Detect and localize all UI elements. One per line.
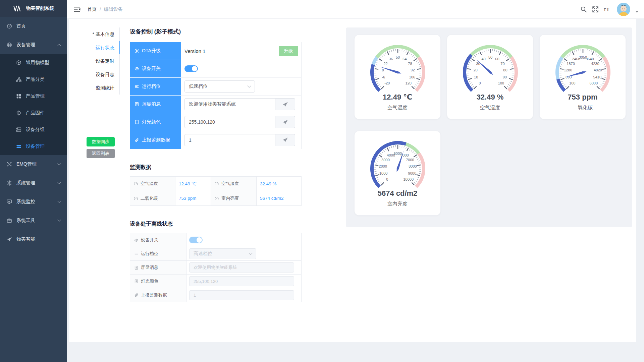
back-to-list-button[interactable]: 返回列表	[87, 149, 115, 158]
sidebar-subitem-1[interactable]: 产品分类	[0, 71, 67, 88]
sidebar-item-label: 首页	[16, 23, 26, 29]
clip-icon	[135, 138, 139, 142]
offline-row-label: 灯光颜色	[130, 275, 186, 288]
sidebar-subitem-label: 设备分组	[26, 127, 45, 133]
monitor-label-text: 室内亮度	[221, 195, 239, 201]
gear-select[interactable]: 低速档位	[184, 80, 255, 93]
offline-row: 屏显消息 欢迎使用物美智能系统	[130, 261, 301, 275]
eye-icon	[135, 66, 139, 71]
sidebar-collapse-icon[interactable]	[74, 6, 80, 12]
sidebar-item-label: EMQ管理	[16, 161, 37, 167]
search-icon[interactable]	[580, 6, 587, 13]
wumei-icon	[7, 237, 12, 242]
text-input[interactable]: 欢迎使用物美智能系统	[184, 98, 275, 110]
svg-text:90: 90	[503, 75, 507, 79]
control-row-value: 低速档位	[181, 78, 301, 96]
app-logo[interactable]: 物美智能系统	[0, 0, 67, 17]
gauge-card-2: 1006901280187024603050364042304820541060…	[539, 35, 626, 119]
gauge-chart: 0100020003000400050006000700080009000100…	[355, 131, 441, 189]
svg-text:-6: -6	[382, 75, 385, 79]
text-input[interactable]: 1	[184, 134, 275, 146]
monitor-label: 空气温度	[130, 177, 175, 191]
app-title: 物美智能系统	[26, 5, 54, 11]
sidebar-item-1[interactable]: 设备管理	[0, 36, 67, 54]
svg-text:2000: 2000	[379, 164, 387, 168]
svg-text:8: 8	[382, 68, 384, 72]
monitor-label: 空气湿度	[211, 177, 257, 191]
control-label-text: 运行档位	[142, 83, 161, 89]
svg-text:-20: -20	[384, 81, 390, 85]
text-input[interactable]: 255,100,120	[184, 116, 275, 128]
svg-text:0: 0	[479, 81, 481, 85]
tab-label: 设备定时	[96, 58, 114, 64]
font-size-icon[interactable]: TT	[604, 6, 610, 13]
fullscreen-icon[interactable]	[592, 6, 599, 13]
sidebar-subitem-2[interactable]: 产品管理	[0, 88, 67, 105]
breadcrumb-current: 编辑设备	[104, 6, 123, 12]
svg-text:80: 80	[503, 68, 507, 72]
svg-text:10000: 10000	[404, 177, 414, 181]
data-sync-button[interactable]: 数据同步	[87, 137, 115, 146]
sidebar-item-0[interactable]: 首页	[0, 17, 67, 36]
svg-text:10: 10	[474, 75, 478, 79]
send-button[interactable]	[275, 134, 295, 146]
upgrade-button[interactable]: 升级	[279, 46, 298, 56]
shadow-control-table: OTA升级 Version 1 升级 设备开关 运行档位 低速档位 屏显消息 欢…	[130, 42, 302, 149]
tools-icon	[7, 218, 12, 223]
sidebar-item-2[interactable]: EMQ管理	[0, 155, 67, 174]
svg-text:5410: 5410	[593, 75, 601, 79]
sidebar-item-label: 系统管理	[16, 180, 35, 186]
gear-icon	[135, 49, 139, 53]
tab-1[interactable]: 运行状态	[69, 41, 119, 54]
send-button[interactable]	[275, 116, 295, 128]
monitor-label: 室内亮度	[211, 191, 257, 205]
chevron-up-icon	[57, 44, 61, 46]
input-group: 255,100,120	[184, 116, 295, 128]
offline-row-value: 1	[186, 288, 301, 302]
sidebar-item-3[interactable]: 系统管理	[0, 174, 67, 192]
sidebar-subitem-3[interactable]: 产品固件	[0, 105, 67, 121]
gauge-title: 空气温度	[355, 105, 440, 111]
svg-text:100: 100	[569, 81, 575, 85]
manage-icon	[16, 144, 21, 149]
offline-title: 设备处于离线状态	[130, 221, 302, 228]
monitor-title: 监测数据	[130, 164, 302, 171]
svg-text:36: 36	[389, 57, 393, 61]
tab-2[interactable]: 设备定时	[69, 54, 119, 68]
control-title: 设备控制 (影子模式)	[130, 28, 302, 36]
breadcrumb-separator: /	[100, 7, 101, 12]
control-row-label: 灯光颜色	[130, 113, 181, 131]
sidebar-subitem-4[interactable]: 设备分组	[0, 121, 67, 138]
tab-label: 基本信息	[96, 32, 114, 37]
disabled-input: 255,100,120	[189, 276, 294, 286]
offline-label-text: 设备开关	[141, 237, 158, 243]
sidebar-subitem-5[interactable]: 设备管理	[0, 138, 67, 155]
offline-row-value: 欢迎使用物美智能系统	[186, 261, 301, 274]
breadcrumb-home[interactable]: 首页	[87, 6, 97, 12]
send-button[interactable]	[275, 98, 295, 110]
caret-down-icon[interactable]	[635, 11, 639, 13]
gauge-chart: -20-68223650647892106120	[355, 35, 441, 93]
chevron-down-icon	[57, 201, 61, 203]
sidebar-item-6[interactable]: 物美智能	[0, 230, 67, 249]
tab-3[interactable]: 设备日志	[69, 68, 119, 81]
sidebar-subitem-0[interactable]: 通用物模型	[0, 54, 67, 71]
svg-text:3000: 3000	[381, 158, 389, 162]
control-label-text: 屏显消息	[142, 101, 161, 107]
sidebar-item-4[interactable]: 系统监控	[0, 192, 67, 211]
device-switch-toggle[interactable]	[184, 65, 198, 72]
tab-label: 设备日志	[96, 72, 114, 77]
offline-row: 灯光颜色 255,100,120	[130, 275, 301, 288]
offline-row: 设备开关	[130, 233, 301, 247]
offline-row-label: 上报监测数据	[130, 288, 186, 302]
tab-4[interactable]: 监测统计	[69, 81, 119, 95]
control-label-text: 上报监测数据	[142, 137, 170, 143]
group-icon	[16, 127, 21, 132]
monitor-label: 二氧化碳	[130, 191, 175, 205]
tab-0[interactable]: *基本信息	[69, 27, 119, 41]
gauge-value: 12.49 ℃	[355, 93, 440, 102]
control-row-value: 255,100,120	[181, 113, 301, 131]
sidebar-item-5[interactable]: 系统工具	[0, 211, 67, 230]
send-icon	[282, 137, 288, 143]
avatar[interactable]	[617, 3, 630, 16]
